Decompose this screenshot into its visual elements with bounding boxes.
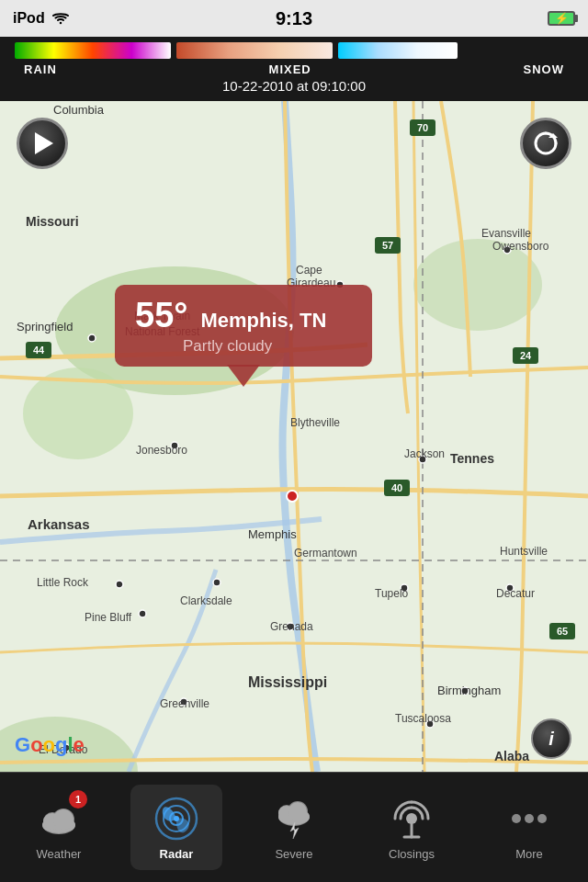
callout-city: Memphis, TN xyxy=(200,309,326,333)
svg-text:40: 40 xyxy=(391,482,402,493)
gradient-row xyxy=(15,42,573,59)
svg-text:Jonesboro: Jonesboro xyxy=(136,444,187,457)
svg-text:57: 57 xyxy=(382,240,393,251)
svg-text:44: 44 xyxy=(33,345,45,356)
device-name: iPod xyxy=(13,10,45,27)
callout-arrow xyxy=(227,365,260,387)
svg-point-96 xyxy=(537,814,547,823)
tab-closings-label: Closings xyxy=(389,847,435,861)
battery-bolt: ⚡ xyxy=(555,13,569,24)
svg-point-95 xyxy=(525,814,534,823)
svg-text:Tuscaloosa: Tuscaloosa xyxy=(395,712,451,725)
callout-box: 55° Memphis, TN Partly cloudy xyxy=(115,285,372,367)
google-logo: Google xyxy=(15,733,85,757)
svg-point-91 xyxy=(406,813,417,824)
closings-icon-wrap xyxy=(387,794,436,843)
svg-text:Owensboro: Owensboro xyxy=(492,240,549,253)
svg-point-30 xyxy=(139,610,146,617)
svg-point-29 xyxy=(116,581,123,588)
svg-text:Tupelo: Tupelo xyxy=(375,587,409,600)
svg-text:Blytheville: Blytheville xyxy=(290,416,340,429)
svg-text:Pine Bluff: Pine Bluff xyxy=(85,611,132,624)
info-button[interactable]: i xyxy=(531,718,571,759)
svg-text:70: 70 xyxy=(417,122,428,133)
snow-label: SNOW xyxy=(524,62,564,76)
lightning-icon xyxy=(273,798,315,839)
svg-point-83 xyxy=(174,816,179,821)
refresh-icon xyxy=(532,130,560,157)
svg-text:Little Rock: Little Rock xyxy=(37,576,89,589)
battery: ⚡ xyxy=(548,11,575,26)
svg-text:Germantown: Germantown xyxy=(294,547,357,560)
tab-severe[interactable]: Severe xyxy=(248,785,340,870)
svg-text:Mississippi: Mississippi xyxy=(248,674,327,690)
tab-weather-label: Weather xyxy=(37,847,82,861)
svg-text:Arkansas: Arkansas xyxy=(28,516,90,532)
callout-temperature: 55° xyxy=(135,296,187,335)
play-icon xyxy=(35,132,53,154)
svg-text:Decatur: Decatur xyxy=(496,587,535,600)
svg-text:Evansville: Evansville xyxy=(481,227,531,240)
radar-icon-wrap xyxy=(152,794,201,843)
svg-text:Memphis: Memphis xyxy=(248,527,297,541)
weather-badge: 1 xyxy=(69,790,87,808)
mixed-label: MIXED xyxy=(269,62,311,76)
legend-date: 10-22-2010 at 09:10:00 xyxy=(222,78,366,94)
svg-point-94 xyxy=(512,814,521,823)
rain-gradient xyxy=(15,42,171,59)
status-left: iPod xyxy=(13,10,71,27)
weather-icon-wrap: 1 xyxy=(34,794,84,843)
callout-row: 55° Memphis, TN xyxy=(135,296,352,335)
status-bar: iPod 9:13 ⚡ xyxy=(0,0,588,37)
svg-text:Birmingham: Birmingham xyxy=(437,684,501,697)
tab-more-label: More xyxy=(515,847,543,861)
svg-point-79 xyxy=(53,809,74,830)
more-icon-wrap xyxy=(504,794,554,843)
refresh-button[interactable] xyxy=(520,118,571,169)
info-icon: i xyxy=(548,729,554,750)
svg-text:Grenada: Grenada xyxy=(270,620,313,633)
severe-icon-wrap xyxy=(269,794,319,843)
tab-closings[interactable]: Closings xyxy=(366,785,458,870)
svg-point-89 xyxy=(288,802,307,820)
svg-text:Cape: Cape xyxy=(296,264,322,277)
wifi-icon xyxy=(51,11,71,26)
svg-point-25 xyxy=(88,334,96,342)
snow-gradient xyxy=(338,42,458,59)
callout-condition: Partly cloudy xyxy=(135,337,352,356)
svg-text:Tennes: Tennes xyxy=(450,451,494,466)
svg-text:Missouri: Missouri xyxy=(26,214,79,229)
map-callout[interactable]: 55° Memphis, TN Partly cloudy xyxy=(115,285,372,367)
rain-label: RAIN xyxy=(24,62,57,76)
svg-text:Greenville: Greenville xyxy=(160,697,209,710)
svg-text:Clarksdale: Clarksdale xyxy=(180,594,232,607)
tab-severe-label: Severe xyxy=(275,847,312,861)
legend-labels: RAIN MIXED SNOW xyxy=(15,62,573,76)
svg-text:Jackson: Jackson xyxy=(404,447,445,460)
svg-text:Huntsville: Huntsville xyxy=(500,545,548,558)
svg-point-3 xyxy=(413,239,542,331)
radar-icon xyxy=(153,796,199,842)
play-button[interactable] xyxy=(17,118,68,169)
tab-more[interactable]: More xyxy=(483,785,575,870)
svg-text:Columbia: Columbia xyxy=(53,103,105,117)
svg-text:65: 65 xyxy=(557,626,568,637)
status-time: 9:13 xyxy=(276,8,312,29)
legend-bar: RAIN MIXED SNOW 10-22-2010 at 09:10:00 xyxy=(0,37,588,101)
tab-bar: 1 Weather Radar xyxy=(0,772,588,882)
tab-radar-label: Radar xyxy=(160,847,194,861)
tab-radar[interactable]: Radar xyxy=(130,785,222,870)
svg-point-31 xyxy=(213,579,220,586)
svg-text:Alaba: Alaba xyxy=(494,749,529,763)
dots-icon xyxy=(509,809,549,828)
signal-icon xyxy=(391,798,432,839)
tab-weather[interactable]: 1 Weather xyxy=(13,785,105,870)
map-area[interactable]: 44 57 24 40 65 20 20 70 xyxy=(0,101,588,772)
map-svg: 44 57 24 40 65 20 20 70 xyxy=(0,101,588,772)
svg-point-23 xyxy=(287,491,298,502)
svg-text:24: 24 xyxy=(520,350,532,361)
mixed-gradient xyxy=(176,42,333,59)
svg-text:Springfield: Springfield xyxy=(17,320,73,334)
